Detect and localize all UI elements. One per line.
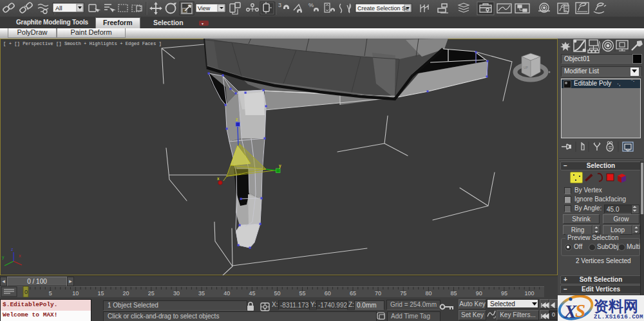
svg-text:30: 30 <box>173 290 180 297</box>
svg-text:%: % <box>308 2 314 8</box>
svg-text:95: 95 <box>501 290 507 297</box>
svg-text:15: 15 <box>97 290 104 297</box>
svg-text:x: x <box>217 176 220 181</box>
svg-text:50: 50 <box>274 290 281 297</box>
svg-text:100: 100 <box>525 290 535 297</box>
svg-text:Create Selection Se: Create Selection Se <box>357 5 409 12</box>
svg-text:0: 0 <box>24 289 28 295</box>
svg-text:45: 45 <box>249 290 255 297</box>
svg-text:S: S <box>575 300 585 321</box>
svg-text:80: 80 <box>425 290 431 297</box>
svg-text:资料网: 资料网 <box>594 298 638 315</box>
svg-text:75: 75 <box>400 290 406 297</box>
svg-text:UP: UP <box>524 66 529 69</box>
svg-text:85: 85 <box>451 290 457 297</box>
svg-text:60: 60 <box>325 290 331 297</box>
svg-text:10: 10 <box>72 290 79 297</box>
svg-text:y: y <box>2 255 5 260</box>
svg-text:z: z <box>11 247 14 252</box>
svg-text:65: 65 <box>350 290 356 297</box>
svg-text:55: 55 <box>299 290 306 297</box>
svg-text:x: x <box>19 253 21 258</box>
svg-text:View: View <box>198 5 211 12</box>
svg-text:40: 40 <box>223 290 230 297</box>
svg-text:ZL.XS1616.COM: ZL.XS1616.COM <box>594 313 643 320</box>
svg-text:35: 35 <box>198 290 205 297</box>
svg-text:20: 20 <box>123 290 129 297</box>
svg-text:90: 90 <box>476 290 482 297</box>
svg-text:3: 3 <box>278 2 281 8</box>
svg-text:70: 70 <box>375 290 381 297</box>
svg-text:[ + [] Perspective [] Smooth +: [ + [] Perspective [] Smooth + Highlight… <box>3 41 162 46</box>
svg-text:y: y <box>279 163 281 169</box>
svg-text:25: 25 <box>148 290 155 297</box>
svg-text:5: 5 <box>49 290 52 297</box>
svg-text:All: All <box>55 5 62 12</box>
